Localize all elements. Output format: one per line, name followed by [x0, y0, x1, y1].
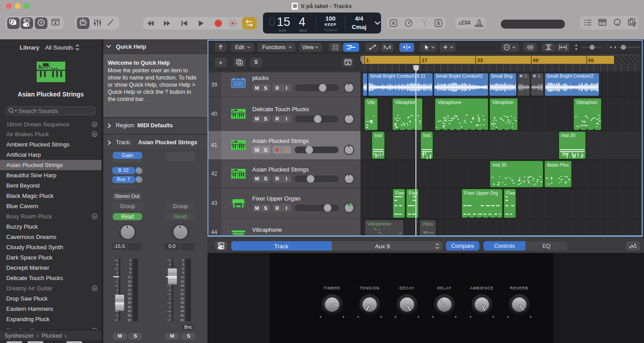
svg-text:REVERB: REVERB — [510, 286, 529, 290]
svg-text:15: 15 — [127, 280, 131, 283]
svg-text:49: 49 — [533, 57, 538, 63]
svg-text:Vibraphon: Vibraphon — [576, 100, 597, 105]
svg-text:Asian Pluc: Asian Pluc — [547, 162, 569, 167]
svg-text:45: 45 — [127, 310, 131, 313]
svg-text:0: 0 — [129, 259, 131, 262]
svg-text:AMBIENCE: AMBIENCE — [470, 286, 493, 290]
svg-text:45: 45 — [180, 310, 184, 313]
svg-text:18: 18 — [127, 284, 131, 287]
svg-text:Vibraphon: Vibraphon — [395, 100, 416, 105]
svg-text:6: 6 — [129, 267, 131, 270]
svg-text:Fixe: Fixe — [409, 190, 418, 196]
svg-text:Small Brig: Small Brig — [491, 73, 513, 79]
svg-text:Vibr: Vibr — [367, 100, 376, 105]
svg-text:24: 24 — [127, 293, 131, 296]
svg-text:DECAY: DECAY — [399, 286, 415, 290]
svg-text:3: 3 — [182, 263, 184, 266]
svg-text:Vibra: Vibra — [422, 221, 433, 226]
svg-text:30: 30 — [180, 297, 184, 300]
svg-text:Vibraphon: Vibraphon — [492, 100, 514, 105]
svg-text:18: 18 — [180, 284, 184, 287]
svg-text:S: S — [524, 74, 527, 79]
svg-text:?: ? — [40, 20, 42, 25]
svg-text:40: 40 — [180, 305, 184, 309]
svg-text:15: 15 — [180, 280, 184, 283]
svg-text:9: 9 — [182, 271, 184, 274]
svg-text:Small Bright Combo#2: Small Bright Combo#2 — [436, 73, 483, 79]
svg-text:Vibraphone: Vibraphone — [437, 100, 462, 105]
svg-text:S: S — [437, 21, 440, 26]
svg-text:65: 65 — [588, 57, 594, 63]
svg-text:Fixer Upper Org: Fixer Upper Org — [464, 190, 498, 196]
svg-text:Inst 30: Inst 30 — [561, 133, 576, 138]
svg-text:60: 60 — [127, 318, 131, 322]
svg-text:30: 30 — [127, 297, 131, 300]
svg-text:12: 12 — [180, 276, 184, 279]
svg-text:Inst: Inst — [374, 133, 382, 138]
svg-text:35: 35 — [127, 301, 131, 304]
svg-text:S: S — [538, 74, 541, 79]
svg-text:Small Bright Combo#2: Small Bright Combo#2 — [547, 73, 593, 79]
svg-text:33: 33 — [477, 57, 483, 63]
svg-text:Vibraphone: Vibraphone — [367, 221, 391, 226]
svg-text:40: 40 — [127, 305, 131, 309]
svg-text:1: 1 — [366, 57, 369, 63]
svg-text:50: 50 — [127, 314, 131, 317]
svg-text:Fixe: Fixe — [395, 190, 404, 196]
svg-text:21: 21 — [127, 289, 131, 292]
svg-text:Inst: Inst — [423, 133, 431, 138]
svg-text:0: 0 — [182, 259, 184, 262]
svg-text:3: 3 — [129, 263, 131, 266]
svg-text:Inst 30: Inst 30 — [492, 162, 507, 167]
svg-text:50: 50 — [180, 314, 184, 317]
svg-text:21: 21 — [180, 289, 184, 292]
svg-text:12: 12 — [127, 276, 131, 279]
svg-text:60: 60 — [180, 318, 184, 322]
svg-text:24: 24 — [180, 293, 184, 296]
svg-text:TENSION: TENSION — [360, 286, 380, 290]
svg-text:TIMBRE: TIMBRE — [323, 286, 340, 290]
svg-text:17: 17 — [422, 57, 428, 63]
svg-text:9: 9 — [129, 271, 131, 274]
svg-text:DELAY: DELAY — [437, 286, 451, 290]
svg-text:35: 35 — [180, 301, 184, 304]
svg-text:6: 6 — [182, 267, 184, 270]
svg-text:Fixe: Fixe — [506, 190, 515, 196]
svg-text:Small Bright Combo#29.11: Small Bright Combo#29.11 — [370, 73, 426, 79]
